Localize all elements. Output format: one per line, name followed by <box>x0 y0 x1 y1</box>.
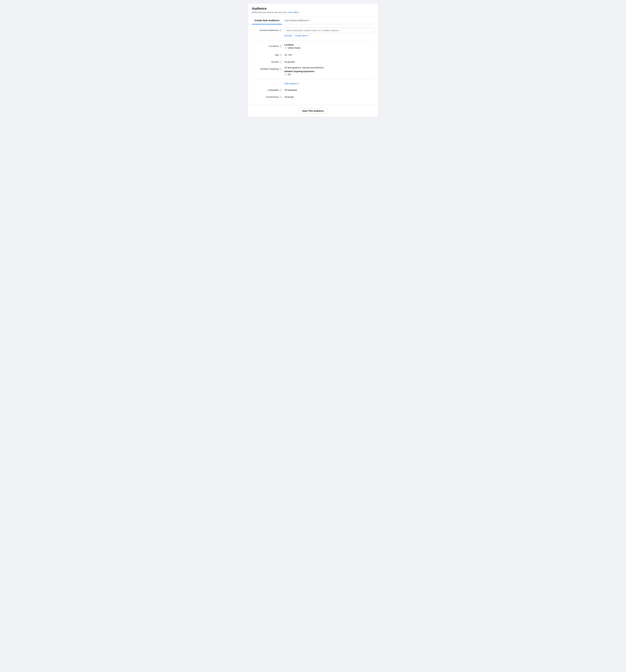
detailed-targeting-expansion: Detailed Targeting Expansion: Off <box>285 70 374 76</box>
age-label: Age i <box>252 52 285 56</box>
detailed-targeting-value-text: All demographics, interests and behavior… <box>285 66 374 69</box>
locations-row: Locations i Location: United States <box>252 44 374 49</box>
locations-label: Locations i <box>252 44 285 47</box>
create-new-button[interactable]: Create New <box>295 34 308 37</box>
tabs-container: Create New Audience Use Saved Audience ▼ <box>248 16 378 24</box>
locations-content: Location: United States <box>285 44 374 49</box>
gender-label: Gender i <box>252 59 285 63</box>
languages-value: All languages <box>285 88 374 91</box>
expansion-list: Off <box>285 73 374 76</box>
tab-use-saved[interactable]: Use Saved Audience ▼ <box>282 16 312 24</box>
custom-audiences-info-icon[interactable]: i <box>280 29 282 31</box>
languages-row: Languages i All languages <box>252 88 374 91</box>
detailed-targeting-info-icon[interactable]: i <box>280 68 282 70</box>
custom-audiences-content: Exclude | Create New <box>285 28 374 37</box>
custom-audience-actions: Exclude | Create New <box>285 34 374 37</box>
divider-2 <box>252 79 374 79</box>
tab-create-new[interactable]: Create New Audience <box>252 16 282 24</box>
page-title: Audience <box>252 7 374 10</box>
custom-audiences-label: Custom Audiences i <box>252 28 285 31</box>
gender-row: Gender i All genders <box>252 59 374 63</box>
learn-more-link[interactable]: Learn More <box>288 11 298 14</box>
detailed-targeting-label: Detailed Targeting i <box>252 66 285 70</box>
connections-info-icon[interactable]: i <box>280 96 282 98</box>
exclude-button[interactable]: Exclude <box>285 34 292 37</box>
connections-row: Connections i All people <box>252 94 374 98</box>
card-header: Audience Define who you want to see your… <box>248 3 378 16</box>
audience-card: Audience Define who you want to see your… <box>248 3 378 117</box>
gender-value: All genders <box>285 59 374 63</box>
hide-options-chevron-icon <box>297 83 299 84</box>
list-item: Off <box>288 73 374 76</box>
gender-info-icon[interactable]: i <box>280 61 282 63</box>
custom-audiences-input[interactable] <box>285 28 374 33</box>
save-audience-button[interactable]: Save This Audience <box>298 108 328 114</box>
create-new-chevron-icon <box>307 35 308 36</box>
card-body: Custom Audiences i Exclude | Create New <box>248 24 378 105</box>
location-heading: Location: <box>285 44 294 46</box>
age-row: Age i 18 - 65+ <box>252 52 374 56</box>
custom-audiences-row: Custom Audiences i Exclude | Create New <box>252 28 374 37</box>
connections-value: All people <box>285 94 374 98</box>
connections-label: Connections i <box>252 94 285 98</box>
locations-list: United States <box>285 47 374 49</box>
save-section: Save This Audience <box>248 105 378 117</box>
header-description: Define who you want to see your ads. Lea… <box>252 11 374 14</box>
action-separator: | <box>293 34 294 37</box>
age-value: 18 - 65+ <box>285 52 374 56</box>
list-item: United States <box>288 47 374 49</box>
languages-info-icon[interactable]: i <box>280 89 282 91</box>
detailed-targeting-content: All demographics, interests and behavior… <box>285 66 374 76</box>
languages-label: Languages i <box>252 88 285 91</box>
locations-info-icon[interactable]: i <box>280 45 282 47</box>
expansion-heading: Detailed Targeting Expansion: <box>285 70 315 73</box>
hide-options-button[interactable]: Hide Options <box>285 82 299 85</box>
tab-dropdown-chevron: ▼ <box>308 19 310 21</box>
age-info-icon[interactable]: i <box>280 54 282 56</box>
detailed-targeting-row: Detailed Targeting i All demographics, i… <box>252 66 374 76</box>
